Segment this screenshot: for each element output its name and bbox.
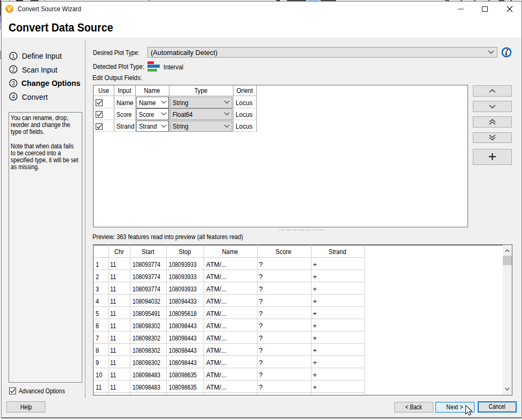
svg-text:3: 3 [12,80,15,86]
svg-text:2: 2 [12,66,15,73]
svg-text:1: 1 [12,52,15,59]
svg-text:4: 4 [12,93,15,100]
